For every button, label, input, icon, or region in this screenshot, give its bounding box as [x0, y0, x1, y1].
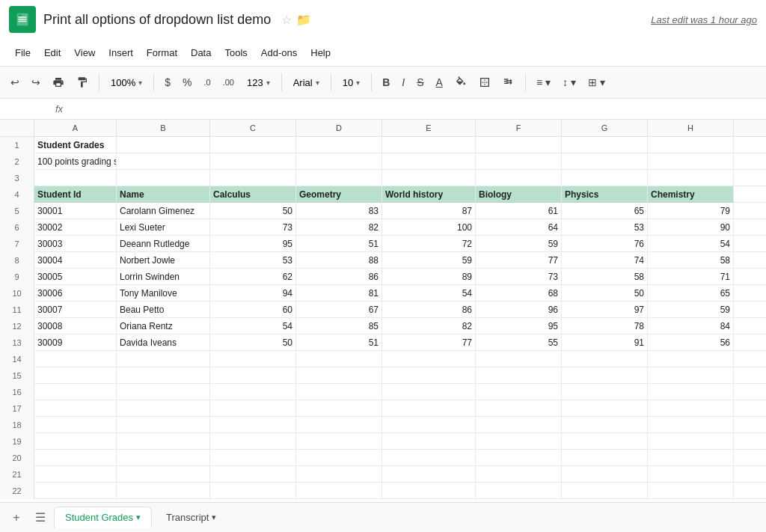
cell-10-E[interactable]: 54: [382, 285, 476, 302]
cell-17-C[interactable]: [210, 400, 296, 417]
cell-1-F[interactable]: [476, 137, 562, 153]
cell-2-F[interactable]: [476, 153, 562, 170]
cell-12-B[interactable]: Oriana Rentz: [117, 318, 210, 334]
redo-button[interactable]: ↪: [27, 73, 45, 91]
italic-button[interactable]: I: [397, 73, 409, 91]
cell-4-E[interactable]: World history: [382, 186, 476, 203]
cell-19-G[interactable]: [562, 433, 648, 450]
cell-16-B[interactable]: [117, 384, 210, 400]
cell-16-F[interactable]: [476, 384, 562, 400]
row-number-21[interactable]: 21: [0, 466, 34, 483]
undo-button[interactable]: ↩: [6, 73, 24, 91]
currency-button[interactable]: $: [160, 73, 175, 91]
cell-13-E[interactable]: 77: [382, 334, 476, 351]
cell-5-A[interactable]: 30001: [34, 203, 117, 219]
vert-align-button[interactable]: ↕ ▾: [558, 73, 580, 91]
cell-9-C[interactable]: 62: [210, 269, 296, 285]
cell-3-H[interactable]: [648, 170, 734, 186]
row-number-5[interactable]: 5: [0, 203, 34, 219]
cell-8-B[interactable]: Norbert Jowle: [117, 252, 210, 269]
menu-item-data[interactable]: Data: [185, 44, 217, 61]
cell-14-B[interactable]: [117, 351, 210, 367]
menu-item-help[interactable]: Help: [304, 44, 337, 61]
cell-16-E[interactable]: [382, 384, 476, 400]
cell-18-C[interactable]: [210, 417, 296, 433]
folder-icon[interactable]: 📁: [296, 13, 311, 27]
cell-20-E[interactable]: [382, 450, 476, 466]
cell-15-F[interactable]: [476, 367, 562, 384]
cell-15-A[interactable]: [34, 367, 117, 384]
percent-button[interactable]: %: [178, 73, 196, 91]
font-size-select[interactable]: 10▾: [337, 74, 365, 91]
cell-6-E[interactable]: 100: [382, 219, 476, 236]
cell-11-A[interactable]: 30007: [34, 302, 117, 318]
cell-5-F[interactable]: 61: [476, 203, 562, 219]
cell-17-F[interactable]: [476, 400, 562, 417]
menu-item-format[interactable]: Format: [141, 44, 183, 61]
cell-12-G[interactable]: 78: [562, 318, 648, 334]
cell-14-F[interactable]: [476, 351, 562, 367]
cell-8-G[interactable]: 74: [562, 252, 648, 269]
cell-7-B[interactable]: Deeann Rutledge: [117, 236, 210, 252]
cell-1-B[interactable]: [117, 137, 210, 153]
more-formats-select[interactable]: 123▾: [242, 74, 275, 91]
add-sheet-button[interactable]: +: [6, 507, 27, 528]
cell-19-H[interactable]: [648, 433, 734, 450]
cell-14-E[interactable]: [382, 351, 476, 367]
cell-21-G[interactable]: [562, 466, 648, 483]
cell-4-C[interactable]: Calculus: [210, 186, 296, 203]
cell-17-D[interactable]: [296, 400, 382, 417]
cell-18-A[interactable]: [34, 417, 117, 433]
row-number-14[interactable]: 14: [0, 351, 34, 367]
cell-14-G[interactable]: [562, 351, 648, 367]
cell-19-B[interactable]: [117, 433, 210, 450]
cell-9-E[interactable]: 89: [382, 269, 476, 285]
cell-8-A[interactable]: 30004: [34, 252, 117, 269]
cell-6-B[interactable]: Lexi Sueter: [117, 219, 210, 236]
cell-14-A[interactable]: [34, 351, 117, 367]
cell-17-A[interactable]: [34, 400, 117, 417]
col-header-G[interactable]: G: [562, 120, 648, 136]
row-number-22[interactable]: 22: [0, 483, 34, 499]
decimal0-button[interactable]: .0: [200, 75, 215, 90]
more-toolbar-button[interactable]: ⊞ ▾: [583, 73, 610, 91]
cell-14-H[interactable]: [648, 351, 734, 367]
cell-12-C[interactable]: 54: [210, 318, 296, 334]
cell-20-B[interactable]: [117, 450, 210, 466]
row-number-16[interactable]: 16: [0, 384, 34, 400]
cell-20-D[interactable]: [296, 450, 382, 466]
col-header-H[interactable]: H: [648, 120, 734, 136]
cell-7-G[interactable]: 76: [562, 236, 648, 252]
cell-21-H[interactable]: [648, 466, 734, 483]
cell-4-A[interactable]: Student Id: [34, 186, 117, 203]
row-number-11[interactable]: 11: [0, 302, 34, 318]
cell-3-G[interactable]: [562, 170, 648, 186]
col-header-D[interactable]: D: [296, 120, 382, 136]
cell-20-H[interactable]: [648, 450, 734, 466]
row-number-17[interactable]: 17: [0, 400, 34, 417]
cell-16-G[interactable]: [562, 384, 648, 400]
cell-9-G[interactable]: 58: [562, 269, 648, 285]
cell-22-D[interactable]: [296, 483, 382, 499]
cell-9-B[interactable]: Lorrin Swinden: [117, 269, 210, 285]
cell-11-G[interactable]: 97: [562, 302, 648, 318]
cell-2-C[interactable]: [210, 153, 296, 170]
cell-22-F[interactable]: [476, 483, 562, 499]
cell-15-B[interactable]: [117, 367, 210, 384]
col-header-F[interactable]: F: [476, 120, 562, 136]
cell-3-C[interactable]: [210, 170, 296, 186]
row-number-4[interactable]: 4: [0, 186, 34, 203]
cell-11-E[interactable]: 86: [382, 302, 476, 318]
decimal00-button[interactable]: .00: [218, 75, 239, 90]
cell-1-A[interactable]: Student Grades: [34, 137, 117, 153]
cell-3-A[interactable]: [34, 170, 117, 186]
cell-17-E[interactable]: [382, 400, 476, 417]
cell-18-G[interactable]: [562, 417, 648, 433]
cell-5-D[interactable]: 83: [296, 203, 382, 219]
menu-item-insert[interactable]: Insert: [102, 44, 139, 61]
cell-4-H[interactable]: Chemistry: [648, 186, 734, 203]
cell-7-C[interactable]: 95: [210, 236, 296, 252]
row-number-7[interactable]: 7: [0, 236, 34, 252]
cell-21-D[interactable]: [296, 466, 382, 483]
underline-color-button[interactable]: A: [432, 73, 447, 91]
